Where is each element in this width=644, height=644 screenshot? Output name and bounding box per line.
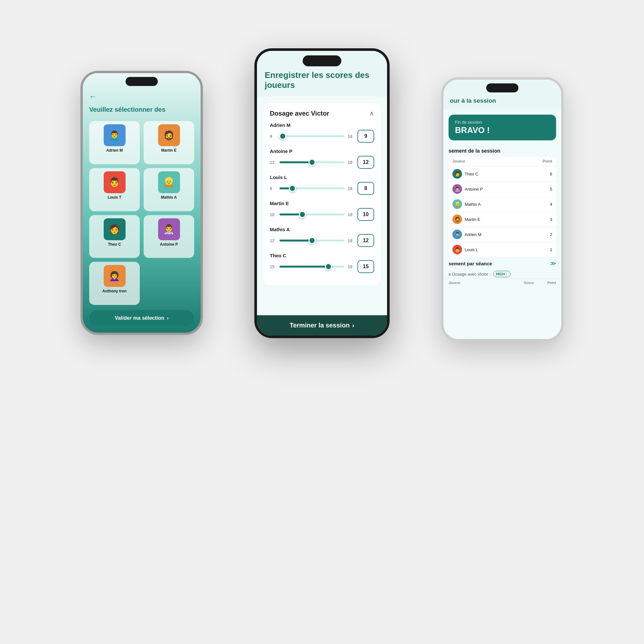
dosage-card: Dosage avec Victor ∧ Adrien M 9 18 (263, 103, 381, 285)
rank-avatar-adrienm: 👨‍🦱 (452, 230, 462, 239)
center-dynamic-island (303, 55, 341, 66)
player-card-anthony[interactable]: 👩‍🦱 Anthony tron (89, 262, 140, 305)
rank-name-louisl: Louis L (465, 247, 536, 252)
right-dynamic-island (486, 83, 518, 92)
avatar-adrien: 👨‍🦱 (104, 124, 126, 146)
score-mathisa[interactable]: 12 (357, 234, 374, 247)
avatar-anthony: 👩‍🦱 (104, 265, 126, 287)
score-name-louisl: Louis L (270, 175, 374, 180)
player-card-antoine[interactable]: 👨‍⚕️ Antoine P (144, 215, 194, 258)
validate-label: Valider ma sélection (115, 315, 164, 321)
slider-louisl: 8 18 8 (270, 182, 374, 195)
avatar-louis: 👨 (104, 171, 126, 193)
seance-section: sement par séance ≫ (443, 257, 561, 270)
center-body: Dosage avec Victor ∧ Adrien M 9 18 (257, 97, 387, 315)
rank-points-antoinep: 5 (536, 187, 552, 192)
double-chevron-icon[interactable]: ≫ (550, 260, 556, 267)
slider-theoc: 15 18 15 (270, 260, 374, 273)
score-name-antoinep: Antoine P (270, 148, 374, 154)
score-row-mathisa: Mathis A 12 18 12 (270, 227, 374, 247)
ranking-row-antoinep: 👨‍⚕️ Antoine P 5 (449, 182, 556, 197)
ranking-table: Joueur Point 🧑 Theo C 6 👨‍⚕️ Antoine P 5… (449, 156, 556, 257)
name-theo: Theo C (108, 242, 121, 247)
players-grid: 👨‍🦱 Adrien M 🧔 Martin E 👨 Louis T 👱 Math… (89, 121, 194, 305)
score-name-martine: Martin E (270, 201, 374, 206)
track-antoinep[interactable] (279, 161, 345, 163)
terminer-chevron-icon: › (352, 322, 355, 329)
left-title: Veuillez sélectionner des (89, 106, 194, 113)
col-point: Point (536, 159, 552, 164)
score-theoc[interactable]: 15 (357, 260, 374, 273)
col-joueur: Joueur (452, 159, 536, 164)
sub-col-joueur: Joueur (449, 281, 524, 285)
rank-name-mathisa: Mathis A (465, 202, 536, 207)
player-card-theo[interactable]: 🧑 Theo C (89, 215, 140, 258)
name-antoine: Antoine P (160, 242, 178, 247)
track-martine[interactable] (279, 213, 345, 215)
avatar-mathis: 👱 (158, 171, 180, 193)
name-mathis: Mathis A (161, 195, 177, 200)
bravo-text: BRAVO ! (455, 125, 550, 135)
phone-center: Enregistrer les scores des joueurs Dosag… (254, 48, 390, 338)
terminer-label[interactable]: Terminer la session (289, 322, 349, 329)
name-anthony: Anthony tron (102, 289, 127, 293)
rank-avatar-theo: 🧑 (452, 169, 462, 179)
dosage-title: Dosage avec Victor (270, 110, 329, 117)
classement-title: sement de la session (443, 146, 561, 156)
sub-col-score: Score (524, 281, 543, 285)
rank-avatar-martine: 🧔 (452, 214, 462, 224)
score-name-adrien: Adrien M (270, 122, 374, 128)
score-row-martine: Martin E 10 18 10 (270, 201, 374, 221)
score-row-adrien: Adrien M 9 18 9 (270, 122, 374, 143)
track-theoc[interactable] (279, 266, 345, 268)
slider-mathisa: 12 18 12 (270, 234, 374, 247)
track-louisl[interactable] (279, 187, 345, 189)
validate-chevron: › (167, 315, 168, 321)
rank-points-louisl: 1 (536, 247, 552, 252)
chevron-up-icon[interactable]: ∧ (369, 109, 374, 117)
score-name-mathisa: Mathis A (270, 227, 374, 232)
dosage-header: Dosage avec Victor ∧ (270, 109, 374, 117)
phone-right: our à la session Fin de session BRAVO ! … (441, 77, 563, 341)
score-louisl[interactable]: 8 (357, 182, 374, 195)
dosage-label: e Dosage avec Victor : (449, 272, 491, 277)
rank-points-martine: 3 (536, 217, 552, 222)
score-antoinep[interactable]: 12 (357, 156, 374, 169)
bravo-card: Fin de session BRAVO ! (449, 115, 556, 140)
back-arrow[interactable]: ← (89, 92, 194, 101)
name-adrien: Adrien M (106, 148, 123, 153)
rank-name-adrienm: Adrien M (465, 232, 536, 237)
score-row-louisl: Louis L 8 18 8 (270, 175, 374, 195)
ranking-row-mathisa: 👱 Mathis A 4 (449, 197, 556, 212)
rank-avatar-mathisa: 👱 (452, 199, 462, 209)
track-adrien[interactable] (279, 135, 345, 137)
ranking-row-theo: 🧑 Theo C 6 (449, 166, 556, 182)
dosage-row: e Dosage avec Victor : HIGH ↑ (443, 270, 561, 279)
track-mathisa[interactable] (279, 240, 345, 241)
score-adrien[interactable]: 9 (357, 130, 374, 143)
score-name-theoc: Theo C (270, 253, 374, 258)
sub-col-point: Point (543, 281, 556, 285)
ranking-row-martine: 🧔 Martin E 3 (449, 212, 556, 227)
player-card-adrien[interactable]: 👨‍🦱 Adrien M (89, 121, 140, 164)
score-martine[interactable]: 10 (357, 208, 374, 221)
score-row-theoc: Theo C 15 18 15 (270, 253, 374, 273)
center-screen: Enregistrer les scores des joueurs Dosag… (257, 51, 387, 336)
player-card-martin[interactable]: 🧔 Martin E (144, 121, 194, 164)
player-card-mathis[interactable]: 👱 Mathis A (144, 168, 194, 211)
phone-left: ← Veuillez sélectionner des 👨‍🦱 Adrien M… (81, 71, 203, 335)
score-row-antoinep: Antoine P 12 18 12 (270, 148, 374, 169)
validate-button[interactable]: Valider ma sélection › (89, 310, 194, 326)
avatar-antoine: 👨‍⚕️ (158, 218, 180, 240)
fin-session-label: Fin de session (455, 120, 550, 125)
center-title: Enregistrer les scores des joueurs (265, 70, 379, 90)
player-card-louis[interactable]: 👨 Louis T (89, 168, 140, 211)
name-louis: Louis T (108, 195, 121, 200)
rank-points-theo: 6 (536, 172, 552, 176)
rank-points-mathisa: 4 (536, 202, 552, 207)
rank-name-antoinep: Antoine P (465, 187, 536, 192)
slider-martine: 10 18 10 (270, 208, 374, 221)
ranking-header: Joueur Point (449, 156, 556, 166)
avatar-theo: 🧑 (104, 218, 126, 240)
left-screen: ← Veuillez sélectionner des 👨‍🦱 Adrien M… (83, 73, 201, 333)
